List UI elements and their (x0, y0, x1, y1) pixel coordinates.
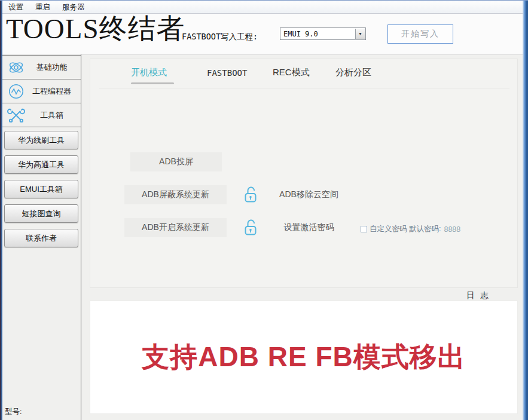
log-label: 日 志 (466, 290, 490, 301)
tab-analyze-partition[interactable]: 分析分区 (335, 67, 371, 78)
app-title: TOOLS终结者 (6, 10, 185, 48)
fastboot-project-label: FASTBOOT写入工程: (182, 32, 258, 42)
custom-password-checkbox[interactable] (361, 226, 367, 232)
app-window: 设置 重启 服务器 TOOLS终结者 FASTBOOT写入工程: EMUI 9.… (0, 0, 528, 420)
log-area: 支持ADB RE FB模式移出 (90, 301, 518, 414)
default-password-value: 8888 (444, 225, 460, 234)
sidebar-item-project-programmer[interactable]: 工程编程器 (2, 79, 81, 103)
sidebar: 基础功能 工程编程器 (2, 54, 81, 420)
custom-password-checkbox-row[interactable]: 自定义密码 默认密码: 8888 (361, 224, 460, 234)
waveform-icon (7, 82, 25, 100)
active-tab-underline (131, 82, 174, 84)
tab-boot-mode[interactable]: 开机模式 (131, 67, 167, 78)
tabs-separator-line (99, 88, 509, 88)
adb-enable-update-button[interactable]: ADB开启系统更新 (124, 218, 227, 237)
set-activation-password-button[interactable]: 设置激活密码 (265, 218, 352, 237)
contact-author-button[interactable]: 联系作者 (4, 229, 78, 247)
model-label: 型号: (5, 407, 22, 417)
sidebar-item-label: 基础功能 (25, 62, 81, 73)
sidebar-item-label: 工程编程器 (25, 86, 81, 97)
unlock-icon[interactable] (243, 219, 258, 237)
start-write-button[interactable]: 开始写入 (387, 24, 453, 44)
tab-rec-mode[interactable]: REC模式 (273, 67, 310, 78)
emui-toolbox-button[interactable]: EMUI工具箱 (4, 180, 78, 198)
shortcircuit-diagram-button[interactable]: 短接图查询 (4, 204, 78, 223)
tools-icon (7, 106, 25, 124)
adb-block-update-button[interactable]: ADB屏蔽系统更新 (124, 185, 227, 204)
sidebar-divider (81, 54, 81, 420)
sidebar-item-label: 工具箱 (25, 110, 81, 121)
huawei-qualcomm-tool-button[interactable]: 华为高通工具 (4, 155, 78, 174)
sidebar-item-basic-functions[interactable]: 基础功能 (2, 56, 81, 79)
sidebar-item-toolbox[interactable]: 工具箱 (2, 103, 81, 127)
project-select[interactable]: EMUI 9.0 ▼ (280, 27, 366, 40)
chevron-down-icon[interactable]: ▼ (355, 29, 365, 39)
sidebar-nav-group: 基础功能 工程编程器 (2, 55, 81, 127)
tab-panel: 开机模式 FASTBOOT REC模式 分析分区 ADB投屏 ADB屏蔽系统更新… (90, 59, 518, 288)
header: TOOLS终结者 FASTBOOT写入工程: EMUI 9.0 ▼ 开始写入 (2, 14, 523, 54)
atom-icon (7, 59, 25, 76)
project-select-value: EMUI 9.0 (283, 30, 318, 38)
custom-password-label: 自定义密码 默认密码: (370, 224, 441, 234)
adb-remove-cloud-button[interactable]: ADB移除云空间 (265, 185, 352, 204)
tab-fastboot[interactable]: FASTBOOT (207, 68, 247, 78)
log-message: 支持ADB RE FB模式移出 (142, 339, 465, 376)
window-border-right (523, 1, 528, 420)
huawei-flash-tool-button[interactable]: 华为线刷工具 (4, 131, 78, 149)
adb-screen-cast-button[interactable]: ADB投屏 (130, 152, 222, 171)
unlock-icon[interactable] (243, 186, 258, 204)
